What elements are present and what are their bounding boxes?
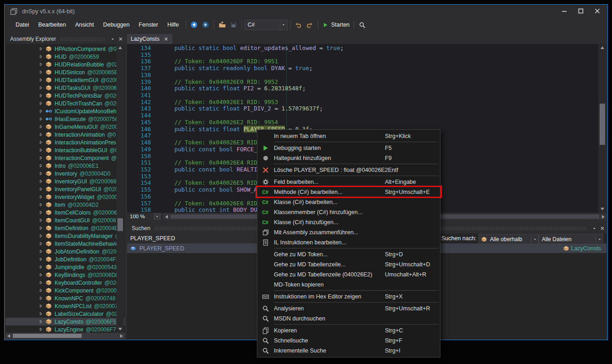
start-button[interactable]: Starten xyxy=(321,22,351,28)
context-menu-item[interactable]: Haltepunkt hinzufügenF9 xyxy=(257,153,440,163)
expander-icon[interactable] xyxy=(39,218,44,223)
maximize-button[interactable] xyxy=(573,6,589,17)
context-menu-item[interactable]: AnalysierenStrg+Umschalt+R xyxy=(257,303,440,314)
context-menu-item[interactable]: Debugging startenF5 xyxy=(257,143,440,153)
forward-button[interactable] xyxy=(200,19,211,30)
expander-icon[interactable] xyxy=(39,265,44,270)
tree-item-KeyBindings[interactable]: KeyBindings@020006D8 xyxy=(6,271,125,279)
expander-icon[interactable] xyxy=(39,187,44,192)
tree-item-JobDefinition[interactable]: JobDefinition@020004F2 xyxy=(6,255,125,263)
tree-item-InventoryPanelGUI[interactable]: InventoryPanelGUI@020 xyxy=(6,185,125,193)
tab-close-icon[interactable] xyxy=(163,36,169,42)
scroll-right-arrow[interactable] xyxy=(120,334,123,338)
search-assemblies-button[interactable] xyxy=(356,19,368,30)
language-dropdown[interactable]: C# xyxy=(245,20,288,30)
tree-item-KickComponent[interactable]: KickComponent@020005 xyxy=(6,287,125,294)
menu-ansicht[interactable]: Ansicht xyxy=(71,22,99,28)
expander-icon[interactable] xyxy=(39,327,44,332)
expander-icon[interactable] xyxy=(39,296,44,301)
expander-icon[interactable] xyxy=(39,93,44,98)
tree-item-ItemCountGUI[interactable]: ItemCountGUI@0200067F xyxy=(6,216,125,224)
menu-hilfe[interactable]: Hilfe xyxy=(163,22,184,28)
tree-item-InGameMenuGUI[interactable]: InGameMenuGUI@02000 xyxy=(6,123,125,131)
expander-icon[interactable] xyxy=(39,210,44,215)
expander-icon[interactable] xyxy=(39,163,44,168)
tree-item-ItemCellColors[interactable]: ItemCellColors@0200067 xyxy=(6,209,125,216)
tree-vertical-scrollbar[interactable] xyxy=(117,44,124,333)
tree-item-KeyboardController[interactable]: KeyboardController@020 xyxy=(6,279,125,287)
tree-horizontal-scrollbar[interactable] xyxy=(6,333,125,339)
search-scope-dropdown[interactable]: Alle oberhalb xyxy=(478,234,539,244)
tree-item-ItemStateMachineBehavio[interactable]: ItemStateMachineBehavio xyxy=(6,240,125,248)
scroll-left-arrow[interactable] xyxy=(165,215,168,219)
context-menu-item[interactable]: In neuem Tab öffnenStrg+Klick xyxy=(257,131,440,141)
tree-item-KnownNPCList[interactable]: KnownNPCList@0200074 xyxy=(6,302,125,310)
expander-icon[interactable] xyxy=(39,233,44,238)
tree-item-Inventory[interactable]: Inventory@020004D0 xyxy=(6,170,125,177)
expander-icon[interactable] xyxy=(39,70,44,75)
expander-icon[interactable] xyxy=(39,148,44,153)
expander-icon[interactable] xyxy=(39,280,44,285)
dropdown-arrow[interactable] xyxy=(595,234,603,244)
tree-item-InteractionAnimationPres[interactable]: InteractionAnimationPres xyxy=(6,138,125,146)
search-files-dropdown[interactable]: Alle Dateien xyxy=(539,234,603,244)
tree-item-InteractionBubbleGUI[interactable]: InteractionBubbleGUI@0 xyxy=(6,146,125,154)
scroll-down-arrow[interactable] xyxy=(118,328,122,331)
scroll-right-arrow[interactable] xyxy=(602,215,605,219)
context-menu-item[interactable]: Klasse (C#) bearbeiten... xyxy=(257,197,440,207)
menu-bearbeiten[interactable]: Bearbeiten xyxy=(33,22,70,28)
open-file-button[interactable] xyxy=(217,19,228,30)
context-menu-item[interactable]: Klasse (C#) hinzufügen... xyxy=(257,217,440,227)
dropdown-arrow[interactable] xyxy=(531,234,538,244)
tree-item-HUDTasksGUI[interactable]: HUDTasksGUI@0200065D xyxy=(6,84,125,92)
expander-icon[interactable] xyxy=(39,116,44,121)
tree-item-HUDSinIcon[interactable]: HUDSinIcon@0200065B xyxy=(6,68,125,76)
context-menu-item[interactable]: Gehe zu MD Token...Strg+D xyxy=(257,249,440,259)
tree-item-IHasExecute[interactable]: IHasExecute@0200075C xyxy=(6,115,125,123)
tree-item-LabelSizeCalculator[interactable]: LabelSizeCalculator@020 xyxy=(6,310,125,318)
tree-item-KnownNPC[interactable]: KnownNPC@02000748 xyxy=(6,294,125,302)
tree-item-HUD[interactable]: HUD@02000659 xyxy=(6,53,125,61)
panel-close-button[interactable] xyxy=(598,225,606,232)
tree-item-Intro[interactable]: Intro@020006E1 xyxy=(6,162,125,170)
context-menu-item[interactable]: MSDN durchsuchen xyxy=(257,314,440,324)
minimize-button[interactable] xyxy=(556,6,573,17)
expander-icon[interactable] xyxy=(39,85,44,90)
scroll-left-arrow[interactable] xyxy=(7,334,10,338)
tree-item-HUDRelationBubble[interactable]: HUDRelationBubble@020 xyxy=(6,61,125,68)
scroll-up-arrow[interactable] xyxy=(601,46,604,49)
expander-icon[interactable] xyxy=(39,311,44,316)
expander-icon[interactable] xyxy=(39,257,44,262)
expander-icon[interactable] xyxy=(39,62,44,67)
context-menu-item[interactable]: SchnellsucheStrg+F xyxy=(257,336,440,346)
tree-item-InventoryWidget[interactable]: InventoryWidget@02000 xyxy=(6,193,125,201)
tree-item-InventoryGUI[interactable]: InventoryGUI@0200066B xyxy=(6,177,125,185)
expander-icon[interactable] xyxy=(39,226,44,231)
tree-item-HUDTaskItemGUI[interactable]: HUDTaskItemGUI@02000 xyxy=(6,76,125,84)
context-menu-item[interactable]: Inkrementelle SucheStrg+I xyxy=(257,346,440,356)
expander-icon[interactable] xyxy=(39,54,44,59)
menu-fenster[interactable]: Fenster xyxy=(134,22,162,28)
expander-icon[interactable] xyxy=(39,303,44,309)
context-menu-item[interactable]: Gehe zu MD Tabellenzeile...Strg+Umschalt… xyxy=(257,259,440,270)
scrollbar-thumb[interactable] xyxy=(13,334,82,338)
tree-item-Item[interactable]: Item@020004D2 xyxy=(6,201,125,209)
panel-menu-button[interactable] xyxy=(590,225,598,232)
back-button[interactable] xyxy=(189,19,200,30)
expander-icon[interactable] xyxy=(39,155,44,160)
close-button[interactable] xyxy=(589,6,606,17)
save-all-button[interactable] xyxy=(228,19,239,30)
context-menu-item[interactable]: Lösche PLAYER_SPEED : float @040026E2Ent… xyxy=(257,165,440,175)
tree-item-HUDTechTrashCan[interactable]: HUDTechTrashCan@0200 xyxy=(6,99,125,107)
expander-icon[interactable] xyxy=(39,319,44,324)
scrollbar-thumb[interactable] xyxy=(117,218,123,231)
undo-button[interactable] xyxy=(293,19,304,30)
context-menu-item[interactable]: IL Instruktionen bearbeiten... xyxy=(257,237,440,248)
dropdown-arrow[interactable] xyxy=(280,20,287,30)
tree-item-HUDTechPointsBar[interactable]: HUDTechPointsBar@0200 xyxy=(6,92,125,99)
expander-icon[interactable] xyxy=(39,241,44,246)
expander-icon[interactable] xyxy=(39,46,44,51)
tree-item-InteractionComponent[interactable]: InteractionComponent@ xyxy=(6,154,125,162)
tab-lazyconsts[interactable]: LazyConsts xyxy=(127,34,172,44)
expander-icon[interactable] xyxy=(39,194,44,199)
